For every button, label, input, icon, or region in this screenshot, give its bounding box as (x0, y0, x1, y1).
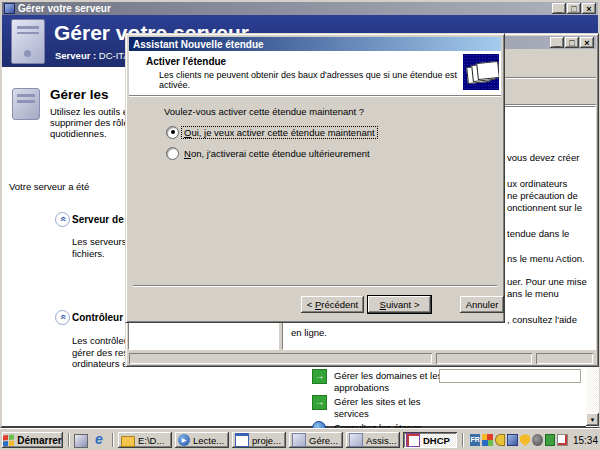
help-text: onctionnent sur le (507, 202, 582, 213)
internet-explorer-icon[interactable]: e (92, 432, 106, 447)
statusbar-section (436, 353, 532, 364)
close-icon[interactable]: × (582, 3, 596, 14)
computer-icon (11, 19, 45, 64)
scope-folders-icon (463, 54, 499, 90)
button-separator (133, 285, 497, 287)
new-scope-wizard-dialog: Assistant Nouvelle étendue Activer l'éte… (125, 33, 505, 323)
server-label: Serveur : (55, 50, 96, 61)
help-text: ans le menu (507, 288, 559, 299)
cancel-button[interactable]: Annuler (460, 296, 504, 313)
scroll-down-icon: ▼ (590, 417, 596, 423)
taskbar-button-dhcp[interactable]: DHCP (403, 432, 457, 448)
tray-divider (462, 433, 464, 447)
help-text: ne précaution de (507, 190, 578, 201)
content-heading: Gérer les (50, 87, 109, 102)
folder-icon (121, 436, 135, 447)
arrow-icon: → (312, 369, 327, 384)
arrow-icon: → (312, 395, 327, 410)
section-title-file-server: Serveur de f (72, 214, 130, 225)
language-indicator[interactable]: FR (470, 434, 480, 446)
close-icon[interactable]: × (580, 37, 594, 48)
link-manage-sites[interactable]: Gérer les sites et les services (334, 396, 421, 419)
section-text: Les contrôleur (72, 335, 132, 346)
taskbar-button-media-player[interactable]: ▶ Lecte... (175, 432, 229, 448)
server-note: Votre serveur a été (9, 181, 89, 192)
wizard-titlebar[interactable]: Assistant Nouvelle étendue (129, 37, 501, 51)
help-text: ux ordinateurs (507, 178, 567, 189)
back-button[interactable]: < Précédent (301, 296, 364, 313)
keys-icon[interactable] (495, 434, 506, 446)
dhcp-console-icon (406, 433, 420, 447)
wizard-header: Activer l'étendue Les clients ne peuvent… (129, 51, 501, 95)
wizard-desc: activée. (159, 80, 190, 90)
media-player-icon: ▶ (178, 434, 190, 446)
clock: 15:34 (573, 435, 598, 446)
colored-squares-icon[interactable] (482, 434, 492, 446)
taskbar-button-explorer[interactable]: E:\D... (118, 432, 172, 448)
clipboard-icon[interactable] (557, 434, 568, 446)
minimize-icon[interactable]: _ (550, 37, 564, 48)
wizard-desc: Les clients ne peuvent obtenir des baux … (159, 70, 457, 80)
wizard-page-title: Activer l'étendue (146, 56, 226, 67)
statusbar-section (129, 353, 432, 364)
taskbar-button-manage-server[interactable]: Gére... (289, 432, 343, 448)
wizard-window-icon (349, 433, 363, 447)
help-text: tendue dans le (507, 228, 569, 239)
tools-icon (12, 88, 40, 120)
help-text: vous devez créer (507, 152, 579, 163)
start-button[interactable]: Démarrer (2, 432, 63, 448)
intro-line: Utilisez les outils et (50, 106, 131, 117)
window-icon (4, 3, 15, 14)
update-icon[interactable] (532, 434, 542, 446)
server-window-icon (292, 433, 306, 447)
help-text: uer. Pour une mise (507, 276, 587, 287)
desktop: Gérer votre serveur _ □ × Gérer votre se… (0, 0, 600, 450)
section-text: gérer des ress (72, 347, 133, 358)
taskbar-button-wizard[interactable]: Assis... (346, 432, 400, 448)
document-icon (235, 433, 249, 447)
main-window-titlebar[interactable]: Gérer votre serveur _ □ × (2, 2, 598, 15)
banner-subtitle: Serveur : DC-ITA (55, 50, 130, 61)
content-box (439, 369, 581, 383)
security-shield-icon[interactable] (520, 434, 530, 446)
collapse-chevron-icon[interactable]: « (55, 212, 70, 227)
green-tool-icon[interactable] (545, 434, 556, 446)
scroll-down-button[interactable]: ▼ (586, 413, 599, 426)
minimize-icon[interactable]: _ (552, 3, 566, 14)
taskbar-button-document[interactable]: proje... (232, 432, 286, 448)
help-text: en ligne. (291, 327, 327, 338)
network-computers-icon[interactable] (507, 434, 518, 446)
intro-line: quotidiennes. (50, 128, 107, 139)
radio-yes-label[interactable]: Oui, je veux activer cette étendue maint… (182, 127, 377, 138)
taskbar-divider (112, 433, 114, 447)
taskbar: Démarrer e E:\D... ▶ Lecte... proje... G… (0, 428, 600, 450)
radio-no[interactable] (166, 147, 179, 160)
wizard-title: Assistant Nouvelle étendue (131, 39, 264, 50)
windows-logo-icon (3, 434, 14, 446)
radio-yes[interactable] (166, 126, 179, 139)
section-text: ordinateurs et (72, 358, 130, 369)
link-manage-domains[interactable]: Gérer les domaines et les approbations (334, 370, 442, 393)
wizard-question: Voulez-vous activer cette étendue mainte… (164, 106, 364, 117)
help-text: , consultez l'aide (507, 314, 577, 325)
show-desktop-icon[interactable] (74, 434, 88, 448)
intro-line: supprimer des rôles (50, 117, 133, 128)
help-text: ns le menu Action. (507, 253, 585, 264)
next-button[interactable]: Suivant > (368, 296, 431, 313)
main-window-title: Gérer votre serveur (18, 3, 111, 14)
maximize-icon[interactable]: □ (567, 3, 581, 14)
header-separator (129, 95, 501, 96)
statusbar-section (536, 353, 593, 364)
collapse-chevron-icon[interactable]: « (55, 310, 70, 325)
taskbar-divider (68, 433, 70, 447)
system-tray: FR 15:34 (462, 432, 598, 448)
radio-no-label[interactable]: Non, j'activerai cette étendue ultérieur… (182, 148, 372, 159)
maximize-icon[interactable]: □ (565, 37, 579, 48)
section-title-domain-controller: Contrôleur d (72, 312, 132, 323)
section-text: fichiers. (72, 248, 105, 259)
